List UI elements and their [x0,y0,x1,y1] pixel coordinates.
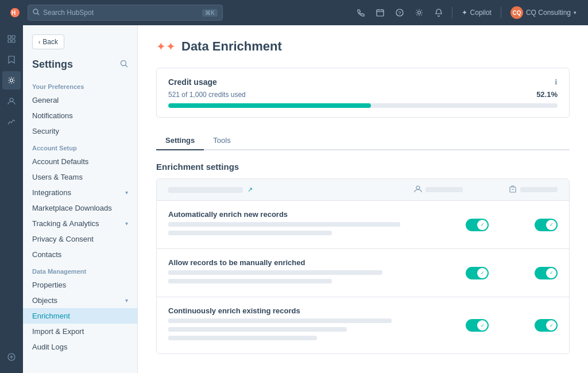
sidebar-item-users-teams[interactable]: Users & Teams [23,169,137,185]
sidebar-icon-add[interactable] [2,348,21,366]
sidebar-item-privacy[interactable]: Privacy & Consent [23,231,137,247]
svg-point-22 [416,186,420,189]
sidebar-icon-bottom [2,348,21,373]
svg-rect-14 [12,40,15,42]
back-label: Back [42,38,58,46]
toggle-continuous-companies[interactable]: ✓ [535,319,558,332]
enrichment-header-name: ↗ [168,186,414,193]
help-icon[interactable]: ? [391,4,408,21]
credit-info-row: 521 of 1,000 credits used 52.1% [168,90,558,99]
copilot-label: Copilot [470,9,492,17]
svg-point-15 [10,79,13,82]
svg-text:H: H [11,10,16,16]
settings-title: Settings [32,59,73,71]
enrichment-section-title: Enrichment settings [156,162,570,172]
account-menu[interactable]: CQ CQ Consulting ▾ [506,4,581,21]
sidebar-item-general[interactable]: General [23,92,137,108]
toggle-manual-companies-knob: ✓ [546,268,556,278]
svg-point-2 [33,9,38,14]
svg-line-21 [126,65,128,68]
toggle-continuous-contacts[interactable]: ✓ [466,319,489,332]
notifications-icon[interactable] [430,4,447,21]
settings-sidebar-header: Settings [23,59,137,77]
settings-search-icon[interactable] [120,60,128,69]
enrichment-row-continuous: Continuously enrich existing records ✓ ✓ [157,297,569,353]
section-label-data: Data Management [23,262,137,277]
sidebar-item-audit-logs[interactable]: Audit Logs [23,339,137,355]
search-shortcut: ⌘K [202,9,218,17]
phone-icon[interactable] [352,4,369,21]
companies-col-icon [509,185,517,195]
sidebar-icon-dashboard[interactable] [2,30,21,48]
enrichment-row-manual-controls: ✓ ✓ [466,267,558,279]
toggle-manual-companies[interactable]: ✓ [535,267,558,279]
sidebar-item-security[interactable]: Security [23,123,137,139]
toggle-auto-contacts[interactable]: ✓ [466,219,489,231]
settings-icon[interactable] [411,4,428,21]
toggle-continuous-companies-knob: ✓ [546,320,556,331]
sidebar-item-objects[interactable]: Objects ▾ [23,293,137,308]
header-external-link-icon[interactable]: ↗ [247,186,253,193]
page-header: ✦✦ Data Enrichment [156,39,570,54]
sidebar-item-tracking[interactable]: Tracking & Analytics ▾ [23,216,137,231]
sidebar-item-import-export[interactable]: Import & Export [23,324,137,339]
enrichment-row-manual-content: Allow records to be manually enriched [168,258,466,287]
content-area: ✦✦ Data Enrichment Credit usage ℹ 521 of… [138,25,588,373]
toggle-manual-contacts[interactable]: ✓ [466,267,489,279]
main-layout: ‹ Back Settings Your Preferences General… [0,25,588,373]
enrichment-header-cols [414,185,558,195]
hubspot-logo[interactable]: H [7,5,23,21]
toggle-auto-contacts-knob: ✓ [477,220,488,230]
section-label-account: Account Setup [23,139,137,154]
enrichment-table: ↗ [156,178,570,354]
svg-point-10 [417,11,420,14]
settings-sidebar: ‹ Back Settings Your Preferences General… [23,25,138,373]
credit-info-icon[interactable]: ℹ [555,78,558,86]
tab-tools[interactable]: Tools [204,131,239,150]
contacts-col-icon [414,185,422,195]
enrichment-row-auto: Automatically enrich new records ✓ ✓ [157,201,569,249]
tab-settings[interactable]: Settings [156,131,204,150]
enrichment-row-auto-content: Automatically enrich new records [168,210,466,239]
credit-percentage: 52.1% [536,90,558,99]
sidebar-item-notifications[interactable]: Notifications [23,108,137,123]
sidebar-item-contacts[interactable]: Contacts [23,247,137,262]
avatar: CQ [510,6,523,19]
sidebar-item-integrations[interactable]: Integrations ▾ [23,185,137,200]
sidebar-icon-bookmark[interactable] [2,50,21,69]
search-icon [33,9,40,17]
section-label-preferences: Your Preferences [23,77,137,92]
svg-rect-13 [8,40,11,42]
svg-rect-12 [12,36,15,38]
sidebar-item-properties[interactable]: Properties [23,277,137,293]
sidebar-item-marketplace[interactable]: Marketplace Downloads [23,200,137,216]
svg-text:?: ? [398,10,401,16]
sidebar-item-account-defaults[interactable]: Account Defaults [23,154,137,169]
sidebar-icon-contacts[interactable] [2,92,21,110]
search-placeholder: Search HubSpot [43,9,94,17]
integrations-chevron-icon: ▾ [125,189,128,196]
sidebar-icon-analytics[interactable] [2,112,21,131]
enrichment-row-continuous-title: Continuously enrich existing records [168,306,466,315]
sidebar-item-enrichment[interactable]: Enrichment [23,308,137,324]
back-chevron-icon: ‹ [38,39,40,45]
toggle-auto-companies-knob: ✓ [546,220,556,230]
account-chevron-icon: ▾ [574,10,577,15]
search-bar[interactable]: Search HubSpot ⌘K [28,5,223,21]
svg-rect-4 [377,10,384,16]
enrichment-row-auto-controls: ✓ ✓ [466,219,558,231]
enrichment-header-icon: ✦✦ [156,40,176,53]
back-button[interactable]: ‹ Back [32,34,64,49]
page-title: Data Enrichment [181,39,282,54]
svg-line-3 [37,13,39,15]
sidebar-icon-settings[interactable] [2,71,21,90]
copilot-button[interactable]: ✦ Copilot [457,6,496,19]
enrichment-header-row: ↗ [157,179,569,201]
calendar-icon[interactable] [372,4,389,21]
toggle-manual-contacts-knob: ✓ [477,268,488,278]
enrichment-row-auto-title: Automatically enrich new records [168,210,466,219]
credit-label: Credit usage [168,77,217,87]
tracking-chevron-icon: ▾ [125,220,128,227]
credit-usage-card: Credit usage ℹ 521 of 1,000 credits used… [156,68,570,118]
toggle-auto-companies[interactable]: ✓ [535,219,558,231]
